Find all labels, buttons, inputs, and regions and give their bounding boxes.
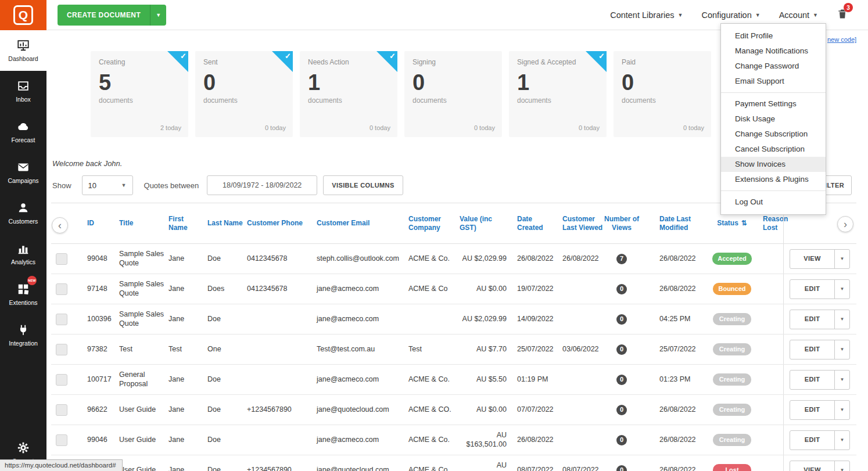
- col-header-last-name[interactable]: Last Name: [203, 203, 244, 243]
- row-checkbox[interactable]: [56, 253, 67, 265]
- scroll-right-button[interactable]: ›: [837, 216, 853, 232]
- row-action-label[interactable]: EDIT: [790, 431, 834, 450]
- visible-columns-button[interactable]: VISIBLE COLUMNS: [323, 175, 403, 195]
- table-row: 99046 User Guide Jane Doe jane@acmeco.co…: [51, 425, 856, 455]
- sidebar-item[interactable]: Dashboard: [0, 30, 46, 71]
- row-action-button[interactable]: EDIT ▼: [790, 310, 850, 329]
- row-action-label[interactable]: EDIT: [790, 280, 834, 299]
- row-action-caret-icon[interactable]: ▼: [834, 280, 849, 299]
- date-range-input[interactable]: 18/09/1972 - 18/09/2022: [207, 175, 317, 195]
- cell-title: User Guide: [119, 466, 156, 471]
- row-action-caret-icon[interactable]: ▼: [834, 340, 849, 359]
- account-menu-item[interactable]: Change Password: [721, 59, 826, 74]
- row-action-label[interactable]: EDIT: [790, 371, 834, 389]
- analytics-icon: [17, 242, 30, 255]
- row-checkbox[interactable]: [56, 344, 67, 355]
- customers-icon: [17, 202, 30, 214]
- sort-icon[interactable]: ⇅: [741, 219, 747, 228]
- account-menu-item[interactable]: Log Out: [721, 195, 826, 210]
- menu-item-label: Disk Usage: [735, 114, 775, 123]
- cell-last-name: Doe: [207, 405, 221, 415]
- account-menu-item[interactable]: Show Invoices: [721, 157, 826, 172]
- row-action-caret-icon[interactable]: ▼: [834, 371, 849, 389]
- col-header-customer-phone[interactable]: Customer Phone: [244, 203, 313, 243]
- sidebar-item[interactable]: Customers: [0, 193, 46, 233]
- col-header-customer-email[interactable]: Customer Email: [313, 203, 406, 243]
- col-header-customer-company[interactable]: Customer Company: [406, 203, 456, 243]
- col-header-date-created[interactable]: Date Created: [511, 203, 558, 243]
- account-menu-item[interactable]: Email Support: [721, 74, 826, 89]
- sidebar-item[interactable]: Campaigns: [0, 152, 46, 193]
- cell-last-name: Doe: [207, 375, 221, 384]
- cell-date-last-modified: 26/08/2022: [659, 405, 696, 415]
- create-document-caret-icon[interactable]: ▼: [150, 5, 166, 26]
- col-header-first-name[interactable]: First Name: [166, 203, 203, 243]
- stat-card[interactable]: ✓ Signed & Accepted 1 documents 0 today: [509, 51, 607, 137]
- status-badge: Creating: [713, 373, 751, 386]
- stat-card[interactable]: ✓ Needs Action 1 documents 0 today: [300, 51, 397, 137]
- row-action-caret-icon[interactable]: ▼: [834, 401, 849, 419]
- sidebar-item[interactable]: NEW Extentions: [0, 274, 46, 315]
- cell-first-name: Jane: [168, 466, 184, 471]
- row-action-button[interactable]: EDIT ▼: [790, 430, 850, 450]
- menu-item-label: Email Support: [735, 77, 784, 85]
- stat-card[interactable]: ✓ Signing 0 documents 0 today: [404, 51, 502, 137]
- cell-customer-phone: +1234567890: [247, 466, 292, 471]
- check-icon: ✓: [598, 52, 605, 60]
- row-action-button[interactable]: VIEW ▼: [790, 461, 850, 471]
- col-header-value[interactable]: Value (inc GST): [456, 203, 511, 243]
- col-header-date-last-modified[interactable]: Date Last Modified: [639, 203, 706, 243]
- trash-button[interactable]: 3: [837, 8, 848, 22]
- row-action-label[interactable]: VIEW: [790, 461, 834, 471]
- stat-card[interactable]: ✓ Sent 0 documents 0 today: [195, 51, 293, 137]
- new-code-link[interactable]: new code]: [827, 36, 856, 43]
- nav-account[interactable]: Account ▼: [779, 10, 818, 20]
- stat-card[interactable]: ✓ Paid 0 documents 0 today: [614, 51, 711, 137]
- account-menu-item[interactable]: Edit Profile: [721, 28, 826, 44]
- row-action-caret-icon[interactable]: ▼: [834, 250, 849, 268]
- scroll-left-button[interactable]: ‹: [52, 217, 68, 233]
- sidebar-item[interactable]: Integration: [0, 315, 46, 355]
- col-header-id[interactable]: ID: [81, 203, 116, 243]
- sidebar-item[interactable]: Analytics: [0, 233, 46, 274]
- row-checkbox[interactable]: [56, 283, 67, 295]
- row-action-caret-icon[interactable]: ▼: [834, 461, 849, 471]
- app-logo[interactable]: Q: [0, 0, 46, 30]
- stat-card[interactable]: ✓ Creating 5 documents 2 today: [91, 51, 188, 137]
- page-size-select[interactable]: 10 ▼: [82, 175, 133, 195]
- create-document-label[interactable]: CREATE DOCUMENT: [58, 5, 150, 26]
- row-action-button[interactable]: EDIT ▼: [790, 279, 850, 299]
- stat-card-count: 0: [413, 71, 494, 95]
- create-document-button[interactable]: CREATE DOCUMENT ▼: [58, 5, 166, 26]
- col-header-number-of-views[interactable]: Number of Views: [604, 203, 639, 243]
- row-checkbox[interactable]: [56, 314, 67, 325]
- row-action-button[interactable]: EDIT ▼: [790, 340, 850, 359]
- col-header-title[interactable]: Title: [116, 203, 166, 243]
- account-menu-item[interactable]: Extensions & Plugins: [721, 172, 826, 187]
- row-action-button[interactable]: EDIT ▼: [790, 400, 850, 420]
- account-menu-item[interactable]: Disk Usage: [721, 112, 826, 127]
- col-header-last-viewed[interactable]: Customer Last Viewed: [558, 203, 604, 243]
- nav-configuration[interactable]: Configuration ▼: [702, 10, 761, 20]
- nav-content-libraries[interactable]: Content Libraries ▼: [610, 10, 683, 20]
- row-checkbox[interactable]: [56, 434, 67, 446]
- row-action-label[interactable]: EDIT: [790, 310, 834, 329]
- account-menu-item[interactable]: Cancel Subscription: [721, 142, 826, 157]
- cell-customer-email: jane@quotecloud.com: [317, 405, 389, 415]
- row-action-label[interactable]: VIEW: [790, 250, 834, 268]
- account-menu-item[interactable]: Payment Settings: [721, 96, 826, 112]
- row-checkbox[interactable]: [56, 374, 67, 386]
- row-checkbox[interactable]: [56, 404, 67, 416]
- row-action-caret-icon[interactable]: ▼: [834, 310, 849, 329]
- sidebar-item[interactable]: Inbox: [0, 71, 46, 112]
- sidebar-item[interactable]: Forecast: [0, 112, 46, 152]
- row-action-button[interactable]: EDIT ▼: [790, 370, 850, 390]
- row-action-label[interactable]: EDIT: [790, 340, 834, 359]
- row-action-caret-icon[interactable]: ▼: [834, 431, 849, 450]
- row-action-button[interactable]: VIEW ▼: [790, 249, 850, 269]
- chevron-down-icon: ▼: [121, 182, 127, 188]
- cell-date-created: 01:19 PM: [517, 375, 548, 384]
- row-action-label[interactable]: EDIT: [790, 401, 834, 419]
- account-menu-item[interactable]: Change Subscription: [721, 127, 826, 142]
- account-menu-item[interactable]: Manage Notifications: [721, 44, 826, 59]
